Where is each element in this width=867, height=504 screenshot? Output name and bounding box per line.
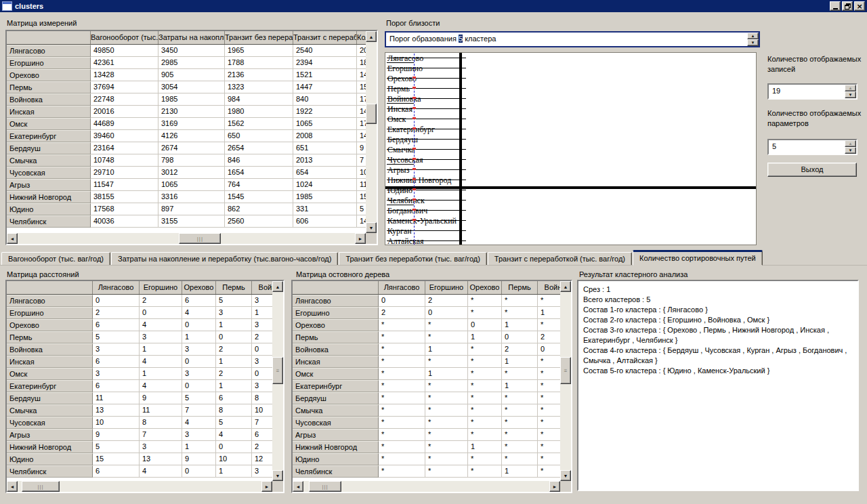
grid-cell[interactable]: 11547	[91, 179, 158, 191]
grid-cell[interactable]: 9	[93, 429, 140, 441]
grid-cell[interactable]: 1	[502, 465, 538, 478]
row-header[interactable]: Смычка	[7, 404, 93, 417]
grid-cell[interactable]: 9	[140, 392, 182, 404]
grid-cell[interactable]: 1	[538, 307, 560, 319]
column-header[interactable]: Лянгасово	[379, 281, 425, 294]
grid-cell[interactable]: *	[502, 404, 538, 417]
grid-cell[interactable]: 2136	[225, 69, 293, 81]
row-header[interactable]: Бердяуш	[293, 392, 379, 404]
grid-cell[interactable]: 15	[357, 81, 366, 93]
grid-cell[interactable]: 3	[252, 380, 272, 392]
v-scroll-thumb[interactable]	[366, 104, 377, 124]
grid-cell[interactable]: 1	[182, 441, 216, 453]
column-header[interactable]: Лянгасово	[93, 281, 140, 294]
v-scrollbar[interactable]: ▲▼	[366, 31, 377, 233]
grid-cell[interactable]: *	[502, 441, 538, 453]
window-titlebar[interactable]: clusters ×	[0, 0, 867, 12]
grid-cell[interactable]: *	[538, 356, 560, 368]
grid-cell[interactable]: 654	[293, 167, 357, 179]
spin-up-button[interactable]: ▲	[845, 140, 856, 147]
grid-cell[interactable]: 0	[252, 343, 272, 356]
grid-cell[interactable]: *	[538, 368, 560, 380]
grid-cell[interactable]: *	[538, 319, 560, 331]
grid-cell[interactable]: 4	[140, 380, 182, 392]
grid-cell[interactable]: *	[468, 356, 502, 368]
column-header[interactable]: Транзит без переработки (тыс. ваг/год)	[225, 31, 293, 44]
grid-cell[interactable]: *	[502, 307, 538, 319]
grid-cell[interactable]: *	[425, 429, 468, 441]
grid-cell[interactable]: 0	[502, 331, 538, 343]
grid-cell[interactable]: 3	[216, 307, 252, 319]
grid-cell[interactable]: *	[425, 380, 468, 392]
grid-cell[interactable]: *	[425, 319, 468, 331]
grid-cell[interactable]: *	[379, 331, 425, 343]
row-header[interactable]: Агрыз	[7, 179, 91, 191]
row-header[interactable]: Смычка	[293, 404, 379, 417]
grid-cell[interactable]: 9	[182, 453, 216, 465]
scroll-left-button[interactable]: ◄	[7, 481, 18, 492]
grid-cell[interactable]: *	[425, 417, 468, 429]
scroll-right-button[interactable]: ►	[355, 233, 366, 244]
column-header[interactable]: Егоршино	[140, 281, 182, 294]
grid-cell[interactable]: 8	[252, 392, 272, 404]
grid-cell[interactable]: 0	[182, 319, 216, 331]
grid-cell[interactable]: 1545	[225, 191, 293, 203]
v-scroll-thumb[interactable]: ≡	[272, 357, 283, 384]
row-header[interactable]: Пермь	[7, 331, 93, 343]
h-scrollbar[interactable]: ◄►|||	[7, 233, 366, 244]
scroll-up-button[interactable]: ▲	[366, 31, 377, 42]
grid-cell[interactable]: 3	[93, 368, 140, 380]
h-scroll-thumb[interactable]: |||	[22, 481, 60, 492]
exit-button[interactable]: Выход	[767, 163, 857, 177]
h-scroll-thumb[interactable]: |||	[179, 233, 221, 244]
grid-cell[interactable]: 0	[182, 465, 216, 478]
row-header[interactable]: Егоршино	[293, 307, 379, 319]
grid-cell[interactable]: 12	[252, 453, 272, 465]
grid-cell[interactable]: 1980	[225, 106, 293, 118]
grid-cell[interactable]: *	[379, 392, 425, 404]
grid-cell[interactable]: 38155	[91, 191, 158, 203]
row-header[interactable]: Смычка	[7, 154, 91, 167]
row-header[interactable]: Чусовская	[293, 417, 379, 429]
grid-cell[interactable]: 2	[216, 343, 252, 356]
grid-cell[interactable]: 6	[93, 465, 140, 478]
grid-cell[interactable]: 0	[468, 319, 502, 331]
scroll-down-button[interactable]: ▼	[366, 222, 377, 233]
grid-cell[interactable]: 2540	[293, 45, 357, 57]
grid-cell[interactable]: 6	[216, 392, 252, 404]
grid-cell[interactable]: 3	[252, 356, 272, 368]
grid-cell[interactable]: 2	[216, 368, 252, 380]
grid-cell[interactable]: 7	[140, 429, 182, 441]
scroll-left-button[interactable]: ◄	[7, 233, 18, 244]
row-header[interactable]: Чусовская	[7, 417, 93, 429]
grid-cell[interactable]: 14	[357, 130, 366, 142]
grid-cell[interactable]: *	[468, 392, 502, 404]
row-header[interactable]: Юдино	[293, 453, 379, 465]
grid-cell[interactable]: 49850	[91, 45, 158, 57]
row-header[interactable]: Челябинск	[7, 215, 91, 228]
row-header[interactable]: Нижний Новгород	[293, 441, 379, 453]
row-header[interactable]: Инская	[7, 356, 93, 368]
grid-cell[interactable]: 846	[225, 154, 293, 167]
grid-cell[interactable]: 3	[140, 331, 182, 343]
scroll-down-button[interactable]: ▼	[560, 470, 571, 481]
v-scrollbar[interactable]: ▲▼≡	[560, 281, 571, 481]
row-header[interactable]: Войновка	[7, 93, 91, 106]
grid-cell[interactable]: *	[468, 343, 502, 356]
grid-cell[interactable]: *	[468, 429, 502, 441]
grid-cell[interactable]: 2	[252, 441, 272, 453]
grid-cell[interactable]: 2	[252, 331, 272, 343]
grid-cell[interactable]: 2985	[158, 57, 225, 69]
grid-cell[interactable]: 650	[225, 130, 293, 142]
grid-cell[interactable]: 1965	[225, 45, 293, 57]
grid-cell[interactable]: *	[468, 453, 502, 465]
grid-cell[interactable]: 3	[93, 343, 140, 356]
row-header[interactable]: Бердяуш	[7, 142, 91, 154]
grid-cell[interactable]: *	[502, 429, 538, 441]
row-header[interactable]: Егоршино	[7, 307, 93, 319]
restore-button[interactable]	[842, 1, 853, 11]
grid-cell[interactable]: 20	[357, 45, 366, 57]
grid-cell[interactable]: *	[538, 417, 560, 429]
grid-cell[interactable]: *	[502, 417, 538, 429]
grid-cell[interactable]: *	[425, 465, 468, 478]
